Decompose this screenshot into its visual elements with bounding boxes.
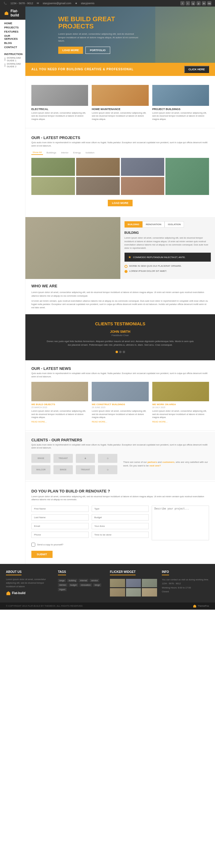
project-image-1[interactable] — [31, 158, 75, 176]
filter-isolation[interactable]: Isolation — [84, 151, 96, 155]
load-more-projects-button[interactable]: Load More — [108, 200, 133, 206]
tag-4[interactable]: kitchen — [58, 583, 68, 587]
who-text-1: Lorem ipsum dolor sit amet, consectetur … — [31, 291, 209, 298]
footer-tags: TAGS binge building internal service kit… — [58, 570, 105, 596]
email-input[interactable] — [31, 523, 89, 529]
read-more-3[interactable]: READ MORE... — [152, 421, 209, 423]
download-guide-2[interactable]: DOWNLOAD GUIDE 2 — [4, 62, 21, 68]
filter-interior[interactable]: Interior — [60, 151, 70, 155]
pinterest-icon[interactable]: p — [196, 1, 201, 5]
news-date-2: 29 JUNE 2015 — [92, 406, 148, 408]
form-col-mid — [92, 506, 149, 540]
svg-marker-1 — [6, 11, 7, 12]
tag-7[interactable]: binge — [93, 583, 101, 587]
filter-all[interactable]: Show All — [31, 150, 43, 155]
news-image-3 — [152, 382, 209, 401]
area-input[interactable] — [92, 523, 149, 529]
tab-renovation[interactable]: RENOVATION — [142, 221, 165, 227]
nav-features[interactable]: FEATURES — [4, 30, 21, 33]
budget-input[interactable] — [92, 514, 149, 521]
tag-1[interactable]: building — [67, 579, 77, 582]
project-image-2[interactable] — [76, 158, 120, 176]
nav-projects[interactable]: PROJECTS — [4, 26, 21, 29]
flickr-img-2[interactable] — [126, 579, 141, 587]
lastname-input[interactable] — [31, 514, 89, 521]
partners-desc: Quis audu irure dolor in reprehenderit i… — [31, 443, 209, 450]
banner-button[interactable]: CLICK HERE — [184, 66, 209, 73]
tag-3[interactable]: service — [89, 579, 99, 582]
portfolio-button[interactable]: PORTFOLIO — [85, 46, 110, 54]
dot-2[interactable] — [119, 351, 121, 353]
tag-8[interactable]: trigant — [58, 588, 67, 591]
email-address: staryjoemis@gmail.com — [43, 2, 71, 5]
linkedin-icon[interactable]: in — [202, 1, 206, 5]
dot-3[interactable] — [123, 351, 125, 353]
lastname-group — [31, 514, 89, 521]
timetobedone-input[interactable] — [92, 532, 149, 538]
description-textarea[interactable] — [152, 506, 209, 540]
service-buildings-title: PROJECT BUILDINGS — [152, 107, 209, 111]
partners-info-text: There are some of our partners and custo… — [123, 461, 209, 468]
tag-5[interactable]: budget — [69, 583, 78, 587]
flickr-img-5[interactable] — [126, 588, 141, 596]
dot-1[interactable] — [115, 351, 118, 353]
filter-buildings[interactable]: Buildings — [45, 151, 57, 155]
tag-2[interactable]: internal — [78, 579, 88, 582]
flickr-img-3[interactable] — [142, 579, 157, 587]
nav-instruction[interactable]: INSTRUCTION — [4, 52, 21, 56]
form-col-right — [152, 506, 209, 540]
read-more-1[interactable]: READ MORE... — [31, 421, 88, 423]
firstname-input[interactable] — [31, 506, 89, 512]
tag-6[interactable]: renovation — [79, 583, 92, 587]
news-date-1: 25 MARCH 2015 — [31, 406, 88, 408]
project-image-3[interactable] — [121, 158, 165, 176]
flickr-img-4[interactable] — [110, 588, 125, 596]
twitter-icon[interactable]: t — [186, 1, 190, 5]
footer-bottom-brand: ThemeFox — [198, 604, 209, 607]
project-image-5[interactable] — [76, 177, 120, 195]
news-category-3: WE WORK ON AREA — [152, 403, 209, 406]
news-category-2: WE CONSTRUCT BUILDINGS — [92, 403, 148, 406]
footer-closed: Closed — [162, 590, 209, 594]
flickr-img-1[interactable] — [110, 579, 125, 587]
testimonial-name: JOHN SMITH — [31, 330, 209, 333]
main-content: WE BUILD GREAT PROJECTS Lorem ipsum dolo… — [25, 7, 215, 564]
tab-content-title: BUILDING — [124, 231, 211, 235]
projects-grid — [31, 158, 209, 195]
read-more-2[interactable]: READ MORE... — [92, 421, 148, 423]
project-image-6[interactable] — [121, 177, 165, 195]
hero-subtitle: Lorem ipsum dolor sit amet, consectetur … — [58, 32, 142, 42]
nav-services[interactable]: OUR SERVICES — [4, 34, 21, 41]
footer-about-text: Lorem ipsum dolor sit amet, consectetur … — [6, 578, 53, 588]
filter-energy[interactable]: Energy — [72, 151, 82, 155]
copy-checkbox[interactable] — [31, 543, 35, 547]
who-title: WHO WE ARE — [31, 284, 209, 288]
news-image-2 — [92, 382, 148, 401]
phone-number: 1234 - 5678 - 9012 — [10, 2, 33, 5]
main-layout: Flat-build HOME PROJECTS FEATURES OUR SE… — [0, 7, 215, 564]
facebook-icon[interactable]: f — [180, 1, 184, 5]
flickr-img-6[interactable] — [142, 588, 157, 596]
submit-button[interactable]: SUBMIT — [31, 551, 52, 558]
news-image-1 — [31, 382, 88, 401]
news-desc: Quis audu irure dolor in reprehenderit i… — [31, 372, 209, 378]
email-group — [31, 523, 89, 529]
news-item-2: WE CONSTRUCT BUILDINGS 29 JUNE 2015 Lore… — [92, 382, 148, 423]
nav-blog[interactable]: BLOG — [4, 41, 21, 45]
service-maintenance-desc: Lorem ipsum dolor sit amet, consectetur … — [92, 112, 148, 121]
partner-logo-3: ◈ — [76, 454, 95, 463]
project-image-4[interactable] — [31, 177, 75, 195]
tab-isolation[interactable]: ISOLATION — [165, 221, 184, 227]
project-image-large[interactable] — [166, 158, 209, 195]
service-electrical-desc: Lorem ipsum dolor sit amet, consectetur … — [31, 112, 88, 121]
tag-0[interactable]: binge — [58, 579, 66, 582]
nav-home[interactable]: HOME — [4, 22, 21, 25]
phone-input[interactable] — [31, 532, 89, 538]
gplus-icon[interactable]: g — [191, 1, 195, 5]
load-more-button[interactable]: LOAD MORE — [58, 46, 83, 54]
tab-building[interactable]: BUILDING — [124, 221, 143, 227]
nav-contact[interactable]: CONTACT — [4, 45, 21, 49]
type-input[interactable] — [92, 506, 149, 512]
download-guide-1[interactable]: DOWNLOAD GUIDE 1 — [4, 57, 21, 62]
rss-icon[interactable]: rss — [207, 1, 211, 5]
